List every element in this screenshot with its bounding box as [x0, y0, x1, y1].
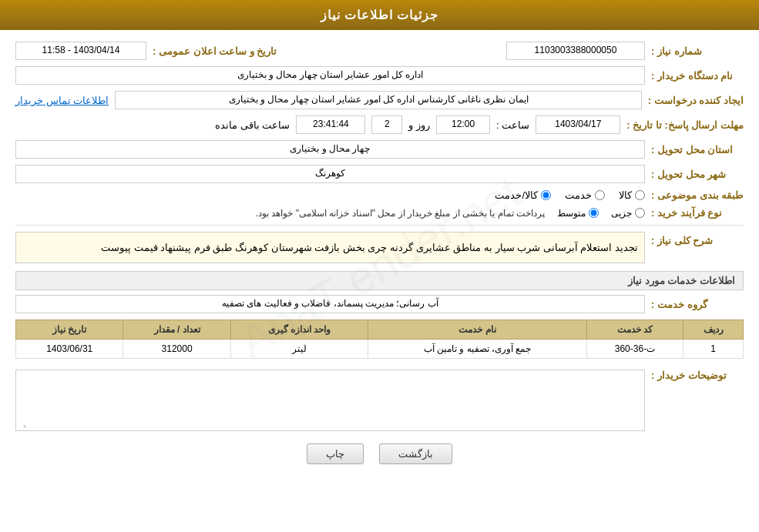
send-time-value: 12:00	[436, 115, 490, 134]
description-row: شرح کلی نیاز : تجدید استعلام آبرسانی شرب…	[15, 232, 744, 263]
process-motavasset-item: متوسط	[557, 208, 599, 219]
send-date-value: 1403/04/17	[536, 115, 620, 134]
table-cell-0: 1	[683, 340, 744, 359]
process-type-group: جزیی متوسط پرداخت تمام یا بخشی از مبلغ خ…	[15, 208, 645, 219]
province-value: چهار محال و بختیاری	[15, 140, 645, 159]
table-cell-5: 1403/06/31	[16, 340, 123, 359]
col-header-unit: واحد اندازه گیری	[230, 320, 368, 340]
description-title: شرح کلی نیاز :	[651, 235, 744, 246]
announce-date-value: 1403/04/14 - 11:58	[15, 42, 146, 60]
process-label: نوع فرآیند خرید :	[651, 207, 744, 219]
buyer-org-label: نام دستگاه خریدار :	[651, 70, 744, 82]
services-table: ردیف کد خدمت نام خدمت واحد اندازه گیری ت…	[15, 320, 744, 359]
process-note: پرداخت تمام یا بخشی از مبلغ خریدار از مح…	[15, 208, 545, 219]
radio-kala-label: کالا	[619, 189, 632, 201]
col-header-date: تاریخ نیاز	[16, 320, 123, 340]
announce-date-label: تاریخ و ساعت اعلان عمومی :	[153, 45, 277, 57]
city-label: شهر محل تحویل :	[651, 169, 744, 180]
radio-khadamat-item: خدمت	[565, 189, 605, 201]
service-group-row: گروه خدمت : آب رسانی؛ مدیریت پسماند، فاض…	[15, 295, 744, 313]
send-date-label: مهلت ارسال پاسخ: تا تاریخ :	[626, 119, 744, 131]
process-jazii-input[interactable]	[635, 208, 645, 218]
buyer-org-value: اداره کل امور عشایر استان چهار محال و بخ…	[15, 66, 645, 85]
process-jazii-label: جزیی	[611, 208, 632, 219]
province-label: استان محل تحویل :	[651, 144, 744, 156]
process-row: نوع فرآیند خرید : جزیی متوسط پرداخت تمام…	[15, 207, 744, 219]
category-row: طبقه بندی موضوعی : کالا خدمت کالا/خدمت	[15, 189, 744, 201]
radio-khadamat-input[interactable]	[595, 190, 605, 200]
service-group-value: آب رسانی؛ مدیریت پسماند، فاضلاب و فعالیت…	[15, 295, 645, 313]
province-row: استان محل تحویل : چهار محال و بختیاری	[15, 140, 744, 159]
action-buttons-row: بازگشت چاپ	[15, 443, 744, 464]
radio-kala-khadamat-input[interactable]	[541, 190, 551, 200]
process-motavasset-input[interactable]	[589, 208, 599, 218]
send-remaining-label: ساعت باقی مانده	[215, 119, 290, 131]
col-header-service-code: کد خدمت	[586, 320, 683, 340]
process-motavasset-label: متوسط	[557, 208, 586, 219]
description-value: تجدید استعلام آبرسانی شرب سیار به مناطق …	[15, 232, 645, 263]
need-number-label: شماره نیاز :	[651, 45, 744, 57]
process-jazii-item: جزیی	[611, 208, 645, 219]
buyer-notes-label: توضیحات خریدار :	[651, 370, 744, 381]
send-days-value: 2	[371, 115, 402, 134]
requester-row: ایجاد کننده درخواست : ایمان نظری ناغانی …	[15, 91, 744, 109]
col-header-quantity: تعداد / مقدار	[123, 320, 230, 340]
city-value: کوهرنگ	[15, 165, 645, 183]
col-header-service-name: نام خدمت	[368, 320, 586, 340]
resize-handle: ⌞	[18, 420, 27, 429]
table-row: 1ت-36-360جمع آوری، تصفیه و تامین آبلیتر3…	[16, 340, 744, 359]
requester-label: ایجاد کننده درخواست :	[648, 95, 744, 106]
category-radio-group: کالا خدمت کالا/خدمت	[495, 189, 645, 201]
table-cell-4: 312000	[123, 340, 230, 359]
col-header-row-number: ردیف	[683, 320, 744, 340]
send-remaining-value: 23:41:44	[296, 115, 365, 134]
buyer-org-row: نام دستگاه خریدار : اداره کل امور عشایر …	[15, 66, 744, 85]
radio-kala-input[interactable]	[635, 190, 645, 200]
send-date-row: مهلت ارسال پاسخ: تا تاریخ : 1403/04/17 س…	[15, 115, 744, 134]
services-section-title: اطلاعات خدمات مورد نیاز	[15, 271, 744, 290]
buyer-notes-row: توضیحات خریدار : ⌞	[15, 366, 744, 431]
category-label: طبقه بندی موضوعی :	[651, 189, 744, 201]
buyer-notes-box: ⌞	[15, 370, 645, 431]
radio-kala-item: کالا	[619, 189, 645, 201]
city-row: شهر محل تحویل : کوهرنگ	[15, 165, 744, 183]
back-button[interactable]: بازگشت	[379, 443, 452, 464]
table-cell-3: لیتر	[230, 340, 368, 359]
print-button[interactable]: چاپ	[307, 443, 364, 464]
table-cell-2: جمع آوری، تصفیه و تامین آب	[368, 340, 586, 359]
need-number-value: 1103003388000050	[506, 42, 645, 60]
radio-kala-khadamat-item: کالا/خدمت	[495, 189, 551, 201]
page-title: جزئیات اطلاعات نیاز	[321, 8, 439, 22]
send-days-label: روز و	[408, 119, 430, 131]
send-time-label: ساعت :	[496, 119, 529, 131]
requester-value: ایمان نظری ناغانی کارشناس اداره کل امور …	[115, 91, 642, 109]
contact-link[interactable]: اطلاعات تماس خریدار	[15, 95, 109, 106]
radio-kala-khadamat-label: کالا/خدمت	[495, 189, 538, 201]
need-number-row: شماره نیاز : 1103003388000050 تاریخ و سا…	[15, 42, 744, 60]
service-group-label: گروه خدمت :	[651, 299, 744, 310]
table-cell-1: ت-36-360	[586, 340, 683, 359]
radio-khadamat-label: خدمت	[565, 189, 592, 201]
page-header: جزئیات اطلاعات نیاز	[0, 0, 759, 30]
